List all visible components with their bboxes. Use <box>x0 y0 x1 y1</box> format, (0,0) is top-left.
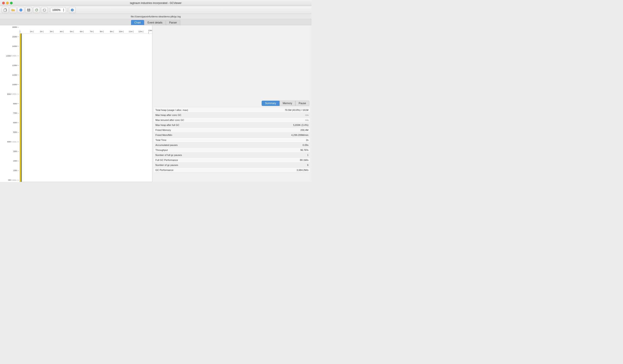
x-label-1m: 1m | <box>30 30 34 33</box>
svg-text:i: i <box>72 9 73 11</box>
summary-row: Freed Mem/Min4,299.299M/min <box>154 133 310 138</box>
summary-label: Full GC Performance <box>156 159 178 161</box>
right-tab-summary[interactable]: Summary <box>262 101 279 106</box>
tab-bar: Chart Event details Parser <box>0 19 312 25</box>
y-label-40m: 40M0.010s <box>0 141 20 143</box>
summary-row: GC Performance3,684.2M/s <box>154 168 310 173</box>
summary-row: Freed Memory200.4M <box>154 128 310 133</box>
save-button[interactable] <box>25 7 32 13</box>
summary-row: Accumulated pauses0.09s <box>154 143 310 148</box>
x-label-12m: 12m | <box>138 30 143 33</box>
close-button[interactable] <box>2 2 5 4</box>
refresh-button[interactable] <box>41 7 48 13</box>
info-button[interactable]: i <box>69 7 76 13</box>
traffic-lights <box>2 2 13 4</box>
summary-label: Number of gc pauses <box>156 164 178 166</box>
x-label-9m: 9m | <box>110 30 114 33</box>
x-label-10m: 10m | <box>119 30 124 33</box>
right-tab-pause[interactable]: Pause <box>295 101 309 106</box>
blue-bar <box>21 34 22 182</box>
summary-label: Max heap after full GC <box>156 124 179 126</box>
summary-value: 96.76% <box>300 149 309 151</box>
svg-rect-6 <box>28 10 30 11</box>
right-panel-tabs: Summary Memory Pause <box>152 99 312 107</box>
chart-canvas: 160M 150M 140M 130M0.030s 120M 110M <box>0 25 152 182</box>
y-label-140m: 140M <box>0 45 20 47</box>
zoom-value: 1000% <box>52 8 60 12</box>
y-label-70m: 70M <box>0 112 20 114</box>
open-folder-button[interactable] <box>10 7 17 13</box>
plot-area: | 1m | 2m | 3m | 4m | 5m | 6m | 7m | 8m … <box>20 30 152 182</box>
y-label-160m: 160M <box>0 26 20 28</box>
summary-label: Freed Memory <box>156 129 171 131</box>
summary-label: Freed Mem/Min <box>156 134 172 136</box>
y-label-90m: 90M0.020s <box>0 93 20 95</box>
y-axis: 160M 150M 140M 130M0.030s 120M 110M <box>0 25 20 182</box>
summary-value: 2s <box>306 139 309 141</box>
main-content: 160M 150M 140M 130M0.030s 120M 110M <box>0 25 312 182</box>
summary-row: Max heap after full GC5,659K (3.4%) <box>154 123 310 128</box>
filepath-text: file:/Users/gaoxinfu/demo-idea/demo-jdk/… <box>131 15 181 18</box>
summary-value: 88.1M/s <box>300 159 309 161</box>
summary-table: Total heap (usage / alloc. max)70.5M (43… <box>152 107 312 182</box>
minimize-button[interactable] <box>6 2 9 4</box>
summary-value: 200.4M <box>300 129 309 131</box>
summary-row: Total heap (usage / alloc. max)70.5M (43… <box>154 108 310 113</box>
toolbar: 1000% ▲ ▼ i <box>0 6 312 14</box>
y-label-30m: 30M <box>0 150 20 152</box>
x-label-8m: 8m | <box>100 30 104 33</box>
y-label-20m: 20M <box>0 160 20 162</box>
x-label-7m: 7m | <box>90 30 94 33</box>
y-label-80m: 80M <box>0 103 20 105</box>
toolbar-separator-2 <box>67 8 67 12</box>
svg-rect-5 <box>28 9 29 10</box>
y-label-100m: 100M <box>0 83 20 86</box>
x-label-4m: 4m | <box>60 30 64 33</box>
x-label-6m: 6m | <box>80 30 84 33</box>
y-label-50m: 50M <box>0 131 20 133</box>
open-url-button[interactable] <box>17 7 24 13</box>
y-label-60m: 60M <box>0 121 20 124</box>
summary-value: 3,684.2M/s <box>297 169 309 171</box>
summary-value: 0.09s <box>303 144 309 146</box>
tab-parser[interactable]: Parser <box>166 20 180 25</box>
summary-label: Max tenured after conc GC <box>156 119 184 121</box>
x-axis: | 1m | 2m | 3m | 4m | 5m | 6m | 7m | 8m … <box>20 30 152 34</box>
titlebar: tagtraum industries incorporated - GCVie… <box>0 0 312 6</box>
tab-chart[interactable]: Chart <box>131 20 144 25</box>
y-label-10m: 10M <box>0 169 20 172</box>
open-file-button[interactable] <box>2 7 9 13</box>
y-label-120m: 120M <box>0 64 20 66</box>
reload-button[interactable] <box>33 7 40 13</box>
svg-rect-0 <box>4 9 6 12</box>
summary-row: Full GC Performance88.1M/s <box>154 158 310 163</box>
summary-row: Number of full gc pauses1 <box>154 153 310 158</box>
x-label-3m: 3m | <box>50 30 54 33</box>
zoom-arrows[interactable]: ▲ ▼ <box>63 8 65 12</box>
x-label-2m: 2m | <box>40 30 44 33</box>
summary-row: Max tenured after conc GCn/a <box>154 118 310 123</box>
chart-area: 160M 150M 140M 130M0.030s 120M 110M <box>0 25 152 182</box>
summary-value: 5,659K (3.4%) <box>293 124 309 126</box>
tab-event-details[interactable]: Event details <box>144 20 166 25</box>
y-label-0m: 0M0.000s <box>0 179 20 181</box>
summary-label: Accumulated pauses <box>156 144 178 146</box>
summary-label: Throughput <box>156 149 168 151</box>
summary-value: 1 <box>307 154 309 156</box>
summary-label: Max heap after conc GC <box>156 114 181 116</box>
maximize-button[interactable] <box>10 2 13 4</box>
x-label-11m: 11m | <box>129 30 134 33</box>
filepath-bar: file:/Users/gaoxinfu/demo-idea/demo-jdk/… <box>0 14 312 19</box>
right-tab-memory[interactable]: Memory <box>280 101 295 106</box>
zoom-control[interactable]: 1000% ▲ ▼ <box>51 7 66 13</box>
summary-value: 4,299.299M/min <box>291 134 309 136</box>
window-title: tagtraum industries incorporated - GCVie… <box>130 1 181 4</box>
summary-label: Total Time <box>156 139 166 141</box>
summary-label: Number of full gc pauses <box>156 154 182 156</box>
summary-row: Throughput96.76% <box>154 148 310 153</box>
right-panel: Summary Memory Pause Total heap (usage /… <box>152 25 312 182</box>
summary-value: n/a <box>305 114 309 116</box>
summary-label: GC Performance <box>156 169 174 171</box>
x-label-13m: 13m | <box>148 29 152 34</box>
x-label-5m: 5m | <box>70 30 74 33</box>
